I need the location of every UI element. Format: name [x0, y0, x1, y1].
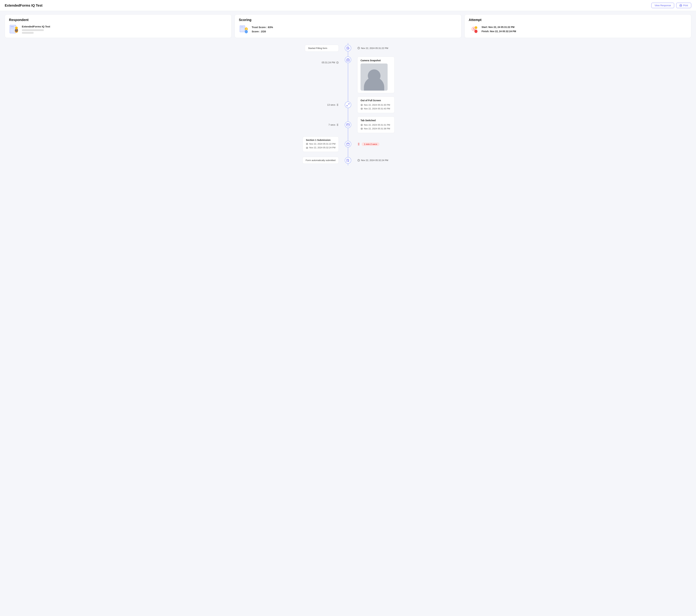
svg-rect-45	[361, 128, 362, 129]
avatar-wrap	[364, 63, 384, 91]
autosubmit-icon-center	[345, 157, 351, 164]
auto-submit-text: Form automatically submitted	[306, 159, 335, 161]
attempt-start: Start: Nov 22, 24 05:31:22 PM	[481, 25, 516, 29]
timeline-right-start: Nov 22, 2024 05:31:22 PM	[351, 43, 689, 53]
svg-rect-11	[240, 28, 244, 28]
section-right-content: 1 min 2 secs	[357, 142, 379, 146]
snapshot-title: Camera Snapshot	[361, 59, 391, 62]
attempt-content: Start: Nov 22, 24 05:31:22 PM Finish: No…	[469, 24, 687, 34]
section-title: Section 1 Submission	[306, 139, 335, 141]
respondent-illustration	[9, 24, 19, 34]
svg-marker-36	[362, 105, 362, 106]
duration-badge: 1 min 2 secs	[362, 142, 379, 146]
section-start-time: Nov 22, 2024 05:31:22 PM	[309, 142, 335, 146]
snapshot-box: Camera Snapshot	[357, 57, 395, 93]
fullscreen-duration: 13 secs	[327, 104, 339, 106]
play-icon-section	[306, 143, 308, 145]
timeline-left-start: Started Filling form	[7, 43, 345, 53]
timeline-row-camera: 05:31:24 PM Camera Snapshot	[7, 57, 689, 93]
tab-switch-icon	[346, 123, 350, 126]
tab-icon-center	[345, 122, 351, 128]
fullscreen-card: Out of Full Screen Nov 22, 2024 05:31:30…	[357, 96, 395, 113]
svg-rect-3	[11, 27, 15, 28]
tab-end-time: Nov 22, 2024 05:31:38 PM	[364, 127, 390, 130]
svg-line-30	[337, 62, 338, 63]
finish-label: Finish:	[481, 30, 489, 33]
respondent-sub	[22, 29, 44, 31]
view-response-button[interactable]: View Response	[651, 3, 674, 8]
timeline-left-section: Section 1 Submission Nov 22, 2024 05:31:…	[7, 137, 345, 152]
hourglass-icon-section	[357, 143, 360, 145]
page-title: ExtendedForms IQ Test	[5, 3, 43, 7]
svg-point-48	[306, 147, 308, 149]
stop-icon-tab	[361, 127, 363, 130]
svg-point-46	[306, 143, 308, 145]
scoring-content: Trust Score : 83% Score : 2/20	[239, 24, 457, 34]
section-end-row: Nov 22, 2024 05:32:24 PM	[306, 146, 335, 150]
respondent-name: ExtendedForms IQ Test	[22, 25, 50, 28]
attempt-info: Start: Nov 22, 24 05:31:22 PM Finish: No…	[481, 25, 516, 33]
clock-icon-start	[357, 47, 360, 49]
respondent-card: Respondent ExtendedForms IQ Test	[5, 14, 232, 38]
svg-point-6	[15, 29, 18, 33]
print-label: Print	[683, 4, 688, 7]
stop-icon-section	[306, 147, 308, 149]
start-label: Start:	[481, 26, 488, 28]
autosubmit-ts: Nov 22, 2024 05:32:24 PM	[361, 159, 388, 161]
svg-rect-10	[240, 27, 243, 27]
svg-point-13	[245, 30, 248, 33]
svg-rect-50	[347, 143, 349, 145]
stop-icon-fullscreen	[361, 108, 363, 110]
play-icon-tab	[361, 124, 363, 126]
timeline-row-start: Started Filling form Nov 22, 2024 05:31:…	[7, 43, 689, 53]
attempt-title: Attempt	[469, 18, 687, 22]
svg-rect-31	[347, 59, 349, 61]
scoring-illustration	[239, 24, 249, 34]
fullscreen-end-row: Nov 22, 2024 05:31:43 PM	[361, 107, 391, 111]
svg-point-32	[348, 59, 349, 61]
timeline-right-fullscreen: Out of Full Screen Nov 22, 2024 05:31:30…	[351, 96, 689, 113]
timeline-right-section: 1 min 2 secs	[351, 139, 689, 149]
svg-rect-39	[347, 124, 349, 126]
svg-point-44	[361, 128, 363, 130]
camera-time: 05:31:24 PM	[322, 61, 335, 64]
timeline-row-autosubmit: Form automatically submitted Nov 22, 202…	[7, 155, 689, 166]
timeline-left-tab: 7 secs	[7, 120, 345, 130]
timeline-row-fullscreen: 13 secs Out of Full Screen Nov 22,	[7, 96, 689, 113]
tab-card: Tab Switched Nov 22, 2024 05:31:31 PM No…	[357, 117, 395, 133]
svg-marker-47	[307, 143, 307, 144]
play-icon-fullscreen	[361, 104, 363, 106]
svg-rect-9	[240, 26, 245, 32]
timeline-container: Started Filling form Nov 22, 2024 05:31:…	[7, 43, 689, 166]
attempt-illustration	[469, 24, 479, 34]
timeline-row-tab: 7 secs Tab Switched Nov 22, 2024 05:31:3…	[7, 117, 689, 133]
svg-rect-4	[11, 28, 14, 28]
view-response-label: View Response	[654, 4, 671, 7]
respondent-content: ExtendedForms IQ Test	[9, 24, 227, 34]
camera-icon-center	[345, 57, 351, 63]
section-end-time: Nov 22, 2024 05:32:24 PM	[309, 146, 335, 150]
fullscreen-icon	[346, 103, 350, 107]
timeline-section: Started Filling form Nov 22, 2024 05:31:…	[0, 40, 696, 172]
trust-score: Trust Score : 83%	[252, 25, 273, 29]
svg-marker-43	[362, 125, 362, 125]
header-actions: View Response Print	[651, 3, 691, 8]
svg-point-18	[474, 30, 477, 33]
start-filling-icon-center	[345, 45, 351, 51]
timeline-row-section: Section 1 Submission Nov 22, 2024 05:31:…	[7, 137, 689, 152]
timeline-right-camera: Camera Snapshot	[351, 57, 689, 93]
svg-rect-38	[361, 108, 362, 109]
scoring-title: Scoring	[239, 18, 457, 22]
scoring-card: Scoring Trust Score : 83% Score : 2/20	[235, 14, 461, 38]
tab-start-time: Nov 22, 2024 05:31:31 PM	[364, 123, 390, 127]
start-filling-ts: Nov 22, 2024 05:31:22 PM	[361, 47, 388, 49]
start-filling-time: Nov 22, 2024 05:31:22 PM	[357, 47, 388, 49]
print-button[interactable]: Print	[676, 3, 691, 8]
fullscreen-start-row: Nov 22, 2024 05:31:30 PM	[361, 103, 391, 107]
hourglass-icon-fullscreen	[336, 104, 339, 106]
scoring-info: Trust Score : 83% Score : 2/20	[252, 25, 273, 34]
timeline-left-fullscreen: 13 secs	[7, 100, 345, 110]
avatar-body	[364, 77, 384, 91]
svg-line-34	[347, 105, 348, 106]
hourglass-icon-tab	[336, 124, 339, 126]
